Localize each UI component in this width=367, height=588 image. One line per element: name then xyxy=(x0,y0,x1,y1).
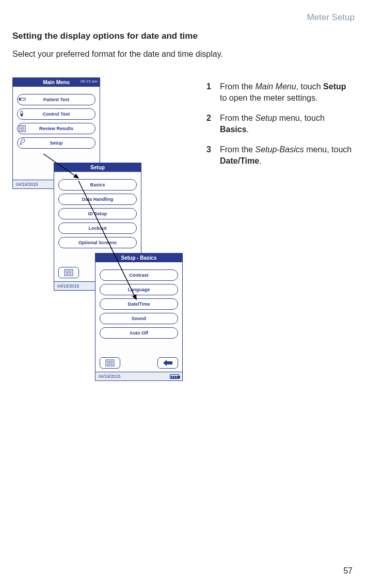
step-num: 1 xyxy=(206,81,220,103)
label: Sound xyxy=(132,316,146,321)
screen3-titlebar: Setup - Basics xyxy=(95,253,182,262)
t: Setup-Basics xyxy=(255,145,304,154)
screen1-title: Main Menu xyxy=(43,80,70,85)
t: to open the meter settings. xyxy=(220,93,317,102)
list-icon xyxy=(17,123,28,134)
label: Lockout xyxy=(89,226,107,231)
btn-language[interactable]: Language xyxy=(100,284,178,295)
wrench-icon xyxy=(17,137,28,149)
steps-list: 1 From the Main Menu, touch Setup to ope… xyxy=(206,81,355,176)
btn-lockout[interactable]: Lockout xyxy=(58,223,137,234)
svg-rect-1 xyxy=(19,98,21,100)
label: Contrast xyxy=(129,273,148,278)
svg-rect-3 xyxy=(21,114,23,116)
label: Date/Time xyxy=(128,301,150,307)
screen1-titlebar: Main Menu 09:15 am xyxy=(13,78,100,87)
back-button[interactable] xyxy=(157,357,178,369)
screen1-time: 09:15 am xyxy=(81,79,98,84)
page-title: Setting the display options for date and… xyxy=(12,31,198,41)
intro-text: Select your preferred format for the dat… xyxy=(12,50,223,59)
t: , touch xyxy=(296,82,323,91)
label: Setup xyxy=(50,140,62,146)
label: Auto Off xyxy=(130,330,148,336)
t: From the xyxy=(220,145,255,154)
btn-review-results[interactable]: Review Results xyxy=(17,123,95,134)
screen1-date: 04/19/2015 xyxy=(16,182,38,187)
strip-icon xyxy=(17,94,28,105)
t: From the xyxy=(220,114,255,122)
t: Date/Time xyxy=(220,156,259,165)
label: ID Setup xyxy=(88,211,107,216)
screen3-title: Setup - Basics xyxy=(121,255,157,261)
label: Data Handling xyxy=(82,197,114,202)
btn-date-time[interactable]: Date/Time xyxy=(100,298,178,310)
screen2-title: Setup xyxy=(90,165,105,170)
t: Setup xyxy=(255,114,277,122)
btn-contrast[interactable]: Contrast xyxy=(100,269,178,281)
t: Main Menu xyxy=(255,82,296,91)
battery-icon xyxy=(170,374,179,379)
btn-patient-test[interactable]: Patient Test xyxy=(17,94,95,105)
btn-auto-off[interactable]: Auto Off xyxy=(100,327,178,339)
step-num: 3 xyxy=(206,144,220,166)
t: . xyxy=(259,156,261,165)
section-header: Meter Setup xyxy=(307,12,355,23)
menu-button[interactable] xyxy=(58,267,79,278)
t: Basics xyxy=(220,125,247,134)
btn-optional-screens[interactable]: Optional Screens xyxy=(58,237,137,248)
step-1: 1 From the Main Menu, touch Setup to ope… xyxy=(206,81,355,103)
label: Control Test xyxy=(43,112,70,117)
label: Patient Test xyxy=(43,97,69,102)
page-number: 57 xyxy=(343,566,353,576)
t: Setup xyxy=(323,82,346,91)
menu-icon xyxy=(64,269,73,276)
screen2-date: 04/19/2015 xyxy=(57,283,79,289)
label: Language xyxy=(128,287,150,292)
btn-sound[interactable]: Sound xyxy=(100,313,178,324)
btn-data-handling[interactable]: Data Handling xyxy=(58,194,137,205)
t: From the xyxy=(220,82,255,91)
label: Basics xyxy=(90,182,105,187)
step-3: 3 From the Setup-Basics menu, touch Date… xyxy=(206,144,355,166)
menu-icon xyxy=(105,359,115,367)
t: menu, touch xyxy=(277,114,325,122)
screen3-date: 04/19/2015 xyxy=(99,374,121,379)
vial-icon xyxy=(17,108,28,120)
label: Optional Screens xyxy=(78,240,117,245)
screen2-titlebar: Setup xyxy=(54,163,141,172)
arrow-left-icon xyxy=(162,359,173,367)
btn-setup[interactable]: Setup xyxy=(17,137,95,149)
btn-id-setup[interactable]: ID Setup xyxy=(58,208,137,219)
step-num: 2 xyxy=(206,113,220,135)
t: . xyxy=(247,125,249,134)
screen-setup-basics: Setup - Basics Contrast Language Date/Ti… xyxy=(95,253,183,381)
menu-button[interactable] xyxy=(100,357,120,369)
t: menu, touch xyxy=(304,145,352,154)
step-2: 2 From the Setup menu, touch Basics. xyxy=(206,113,355,135)
screen3-footer: 04/19/2015 xyxy=(95,372,182,380)
device-screens: Main Menu 09:15 am Patient Test Control … xyxy=(12,77,193,413)
btn-control-test[interactable]: Control Test xyxy=(17,108,95,120)
label: Review Results xyxy=(39,126,73,131)
btn-basics[interactable]: Basics xyxy=(58,179,137,190)
